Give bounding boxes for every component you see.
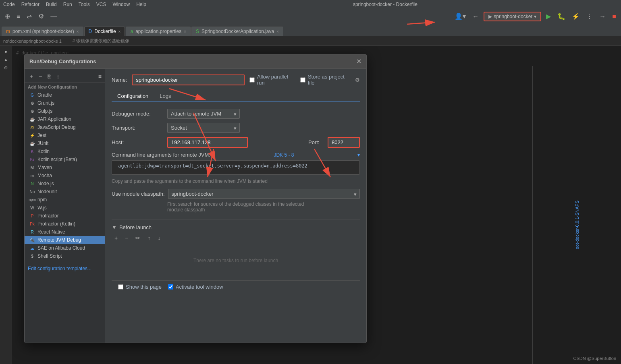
allow-parallel-checkbox[interactable] <box>249 77 255 83</box>
store-project-checkbox[interactable] <box>300 77 305 83</box>
tab-close-pom[interactable]: × <box>77 29 79 34</box>
port-input[interactable] <box>328 137 360 148</box>
tab-application-properties[interactable]: a application.properties × <box>126 27 191 36</box>
maven-label: Maven <box>37 165 52 170</box>
menu-build[interactable]: Build <box>46 2 57 7</box>
tab-configuration[interactable]: Configuration <box>112 91 154 102</box>
settings-icon[interactable]: ⚙ <box>355 77 360 83</box>
config-item-sae-alibaba[interactable]: ☁ SAE on Alibaba Cloud <box>25 244 105 252</box>
config-item-mocha[interactable]: m Mocha <box>25 172 105 180</box>
debug-btn[interactable]: 🐛 <box>556 12 567 21</box>
config-item-jest[interactable]: ⚡ Jest <box>25 131 105 139</box>
left-icon-2[interactable]: ▲ <box>4 57 8 62</box>
toolbar-btn-3[interactable]: ⇌ <box>25 12 33 21</box>
config-item-nodeunit[interactable]: Nu Nodeunit <box>25 188 105 196</box>
add-config-btn[interactable]: + <box>28 72 35 81</box>
config-item-shell-script[interactable]: $ Shell Script <box>25 252 105 260</box>
toolbar-btn-2[interactable]: ≡ <box>15 12 22 21</box>
module-hint: First search for sources of the debugged… <box>167 201 360 213</box>
config-item-nodejs[interactable]: N Node.js <box>25 180 105 188</box>
user-icon-btn[interactable]: 👤▾ <box>453 12 467 21</box>
config-item-javascript-debug[interactable]: JS JavaScript Debug <box>25 123 105 131</box>
edit-templates-section: Edit configuration templates... <box>25 262 105 275</box>
config-item-junit[interactable]: ☕ JUnit <box>25 139 105 147</box>
toolbar-btn-5[interactable]: — <box>49 12 58 21</box>
config-item-wjs[interactable]: W W.js <box>25 204 105 212</box>
tab-dockerfile[interactable]: D Dockerfile × <box>84 27 125 36</box>
transport-select[interactable]: Socket Shared memory <box>167 123 240 133</box>
config-item-gradle[interactable]: G Gradle <box>25 91 105 99</box>
tab-label-springapp: SpringbootDockerApplication.java <box>201 29 274 34</box>
activate-tool-checkbox[interactable] <box>168 284 173 290</box>
menu-code[interactable]: Code <box>3 2 15 7</box>
launch-remove-btn[interactable]: − <box>122 234 131 242</box>
jdk-dropdown-icon[interactable]: ▾ <box>357 152 360 158</box>
menu-run[interactable]: Run <box>63 2 72 7</box>
remove-config-btn[interactable]: − <box>37 72 44 81</box>
copy-config-btn[interactable]: ⎘ <box>46 72 53 81</box>
config-item-gruntjs[interactable]: ⚙ Grunt.js <box>25 99 105 107</box>
config-item-maven[interactable]: M Maven <box>25 163 105 172</box>
toolbar-btn-4[interactable]: ⚙ <box>37 12 46 21</box>
config-item-protractor[interactable]: P Protractor <box>25 212 105 220</box>
inner-tabs: Configuration Logs <box>112 91 360 102</box>
config-item-jar-application[interactable]: ☕ JAR Application <box>25 115 105 123</box>
module-select[interactable]: springboot-docker <box>168 189 360 199</box>
jdk-link[interactable]: JDK 5 - 8 <box>274 152 294 158</box>
move-config-btn[interactable]: ↕ <box>54 72 61 81</box>
name-input[interactable] <box>132 74 245 85</box>
config-item-react-native[interactable]: R React Native <box>25 228 105 236</box>
menu-refactor[interactable]: Refactor <box>21 2 39 7</box>
collapse-before-launch-btn[interactable]: ▼ <box>112 224 117 230</box>
debugger-mode-select[interactable]: Attach to remote JVM Listen to remote JV… <box>167 109 240 119</box>
config-item-remote-jvm-debug[interactable]: 🔌 Remote JVM Debug <box>25 236 105 244</box>
config-item-protractor-kotlin[interactable]: Pk Protractor (Kotlin) <box>25 220 105 228</box>
host-input[interactable] <box>167 137 248 148</box>
launch-up-btn[interactable]: ↑ <box>145 234 153 242</box>
config-item-kotlin-script[interactable]: Ks Kotlin script (Beta) <box>25 155 105 163</box>
launch-edit-btn[interactable]: ✏ <box>133 234 143 242</box>
launch-add-btn[interactable]: + <box>112 234 120 242</box>
path-bar: no\docker\springboot-docke 1 | # 该镜像需要依赖… <box>0 36 621 46</box>
config-item-kotlin[interactable]: K Kotlin <box>25 147 105 155</box>
menu-window[interactable]: Window <box>112 2 130 7</box>
show-page-checkbox[interactable] <box>118 284 123 290</box>
coverage-btn[interactable]: ⚡ <box>570 12 582 21</box>
main-layout: ● ▲ ⊕ # dockerfile content Run/Debug Con… <box>0 46 621 364</box>
menu-bar: Code Refactor Build Run Tools VCS Window… <box>0 0 621 9</box>
menu-tools[interactable]: Tools <box>79 2 90 7</box>
menu-help[interactable]: Help <box>136 2 146 7</box>
dialog-close-btn[interactable]: ✕ <box>356 58 361 65</box>
left-icon-1[interactable]: ● <box>4 49 7 54</box>
more-btn[interactable]: ⋮ <box>585 12 594 21</box>
sort-icon[interactable]: ≡ <box>98 73 102 80</box>
back-btn[interactable]: ← <box>471 12 480 21</box>
maven-icon: M <box>29 165 35 170</box>
shell-label: Shell Script <box>37 253 62 259</box>
left-icon-3[interactable]: ⊕ <box>4 65 8 70</box>
mocha-label: Mocha <box>37 173 52 178</box>
tab-pom-xml[interactable]: m pom.xml (springboot-docker) × <box>2 27 83 36</box>
dialog-right-content: Name: Allow parallel run Store as projec… <box>105 69 366 343</box>
menu-vcs[interactable]: VCS <box>96 2 106 7</box>
run-config-dropdown[interactable]: ▶ springboot-docker ▾ <box>484 12 541 21</box>
run-btn[interactable]: ▶ <box>544 12 552 21</box>
toolbar-btn-1[interactable]: ⊕ <box>3 12 12 21</box>
debugger-mode-row: Debugger mode: Attach to remote JVM List… <box>112 109 360 119</box>
edit-templates-link[interactable]: Edit configuration templates... <box>28 266 91 271</box>
cmd-args-textarea[interactable]: -agentlib:jdwp=transport=dt_socket,serve… <box>112 160 360 175</box>
tab-close-springapp[interactable]: × <box>276 29 279 34</box>
tab-close-appprops[interactable]: × <box>184 29 186 34</box>
jsdebug-icon: JS <box>29 124 35 130</box>
config-item-npm[interactable]: npm npm <box>25 196 105 204</box>
tab-logs[interactable]: Logs <box>154 91 177 102</box>
tab-close-dockerfile[interactable]: × <box>118 29 121 34</box>
launch-down-btn[interactable]: ↓ <box>155 234 163 242</box>
stop-btn[interactable]: ■ <box>611 12 618 21</box>
forward-btn[interactable]: → <box>598 12 607 21</box>
tab-spring-app[interactable]: S SpringbootDockerApplication.java × <box>191 27 283 36</box>
config-item-gulpjs[interactable]: ⚙ Gulp.js <box>25 107 105 115</box>
protractor-icon: P <box>29 213 35 219</box>
name-label: Name: <box>112 77 127 83</box>
debugger-mode-label: Debugger mode: <box>112 111 164 117</box>
